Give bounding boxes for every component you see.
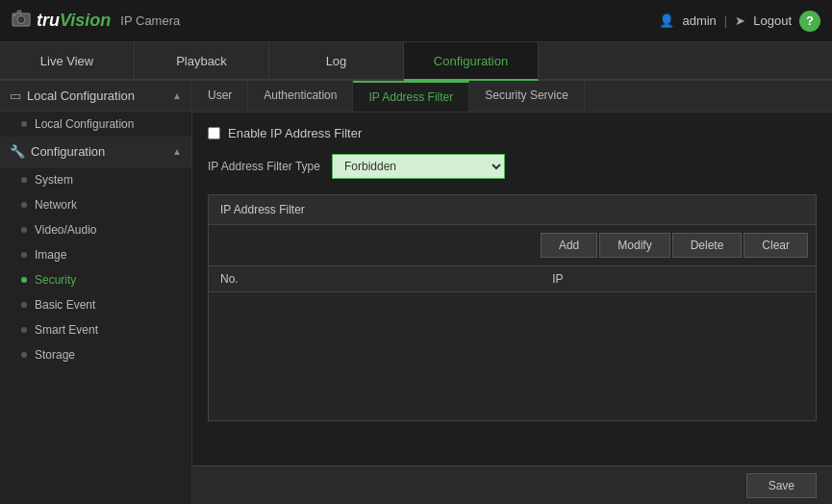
ip-filter-buttons: Add Modify Delete Clear: [209, 225, 816, 266]
filter-type-label: IP Address Filter Type: [208, 160, 320, 173]
sidebar-item-label: Local Configuration: [35, 117, 134, 131]
sidebar-item-security-label: Security: [35, 273, 76, 287]
product-subtitle: IP Camera: [120, 13, 180, 28]
sub-tab-security-service[interactable]: Security Service: [469, 81, 585, 112]
filter-type-row: IP Address Filter Type Forbidden Allowed: [208, 154, 817, 179]
enable-ip-filter-label: Enable IP Address Filter: [228, 126, 362, 140]
sidebar-item-basic-event-label: Basic Event: [35, 298, 95, 312]
enable-checkbox-row: Enable IP Address Filter: [208, 126, 817, 140]
sidebar-dot-image: [21, 252, 27, 258]
content-area: User Authentication IP Address Filter Se…: [192, 81, 832, 504]
logo: truVision IP Camera: [12, 10, 180, 32]
clear-button[interactable]: Clear: [744, 233, 808, 258]
tab-configuration[interactable]: Configuration: [404, 42, 539, 81]
sidebar-item-basic-event[interactable]: Basic Event: [0, 292, 191, 317]
help-button[interactable]: ?: [799, 11, 820, 32]
svg-rect-2: [17, 11, 21, 13]
sidebar-item-smart-event-label: Smart Event: [35, 323, 98, 337]
sidebar-item-network-label: Network: [35, 198, 77, 212]
sidebar-item-video-audio-label: Video/Audio: [35, 223, 97, 237]
monitor-icon: ▭: [10, 88, 21, 103]
nav-tabs: Live View Playback Log Configuration: [0, 42, 832, 81]
sidebar-dot-system: [21, 177, 27, 183]
sidebar-item-system-label: System: [35, 173, 73, 187]
svg-rect-3: [13, 15, 16, 17]
sub-tab-ip-address-filter[interactable]: IP Address Filter: [353, 81, 469, 112]
sidebar-dot-basic-event: [21, 302, 27, 308]
sidebar-dot-smart-event: [21, 327, 27, 333]
sidebar-section-configuration-label: Configuration: [31, 144, 105, 159]
sub-tab-authentication[interactable]: Authentication: [248, 81, 353, 112]
sidebar-item-security[interactable]: Security: [0, 267, 191, 292]
nav-spacer: [539, 42, 832, 79]
filter-type-select[interactable]: Forbidden Allowed: [332, 154, 505, 179]
ip-filter-panel-title: IP Address Filter: [209, 195, 816, 225]
sub-tab-user[interactable]: User: [192, 81, 248, 112]
content-body: Enable IP Address Filter IP Address Filt…: [192, 113, 832, 435]
sidebar: ▭ Local Configuration ▲ Local Configurat…: [0, 81, 192, 504]
header: truVision IP Camera 👤 admin | ➤ Logout ?: [0, 0, 832, 42]
sidebar-item-local-configuration[interactable]: Local Configuration: [0, 112, 191, 137]
tab-log[interactable]: Log: [269, 42, 404, 79]
wrench-icon: 🔧: [10, 144, 25, 159]
sidebar-item-smart-event[interactable]: Smart Event: [0, 317, 191, 342]
bottom-bar: Save: [192, 466, 832, 504]
logout-icon: ➤: [735, 13, 745, 28]
sidebar-section-configuration[interactable]: 🔧 Configuration ▲: [0, 137, 191, 167]
ip-table-container: No. IP: [209, 266, 816, 420]
save-button[interactable]: Save: [746, 473, 817, 498]
chevron-up-icon: ▲: [172, 90, 182, 101]
ip-address-table: No. IP: [209, 266, 816, 292]
sidebar-item-video-audio[interactable]: Video/Audio: [0, 217, 191, 242]
username-label: admin: [682, 13, 716, 28]
user-icon: 👤: [659, 13, 674, 28]
sidebar-dot-network: [21, 202, 27, 208]
main-layout: ▭ Local Configuration ▲ Local Configurat…: [0, 81, 832, 504]
enable-ip-filter-checkbox[interactable]: [208, 127, 220, 139]
sidebar-item-image-label: Image: [35, 248, 66, 262]
sidebar-item-storage-label: Storage: [35, 348, 75, 362]
logout-button[interactable]: Logout: [753, 13, 792, 28]
sidebar-item-storage[interactable]: Storage: [0, 342, 191, 367]
sidebar-item-image[interactable]: Image: [0, 242, 191, 267]
chevron-up-icon-2: ▲: [172, 146, 182, 157]
sidebar-item-system[interactable]: System: [0, 167, 191, 192]
sidebar-section-local-config-label: Local Configuration: [27, 88, 135, 103]
sidebar-item-network[interactable]: Network: [0, 192, 191, 217]
sidebar-dot: [21, 121, 27, 127]
modify-button[interactable]: Modify: [599, 233, 669, 258]
tab-live-view[interactable]: Live View: [0, 42, 135, 79]
tab-playback[interactable]: Playback: [135, 42, 269, 79]
sidebar-dot-security: [21, 277, 27, 283]
header-right: 👤 admin | ➤ Logout ?: [659, 11, 820, 32]
camera-icon: [12, 10, 31, 32]
sidebar-section-local-config[interactable]: ▭ Local Configuration ▲: [0, 81, 191, 112]
add-button[interactable]: Add: [541, 233, 597, 258]
sub-tabs: User Authentication IP Address Filter Se…: [192, 81, 832, 113]
svg-point-1: [17, 16, 25, 24]
logo-text: truVision: [37, 11, 111, 31]
ip-filter-panel: IP Address Filter Add Modify Delete Clea…: [208, 194, 817, 421]
table-header-no: No.: [209, 266, 541, 292]
table-header-ip: IP: [541, 266, 816, 292]
sidebar-dot-storage: [21, 352, 27, 358]
header-divider: |: [724, 13, 727, 28]
delete-button[interactable]: Delete: [672, 233, 743, 258]
sidebar-dot-video-audio: [21, 227, 27, 233]
